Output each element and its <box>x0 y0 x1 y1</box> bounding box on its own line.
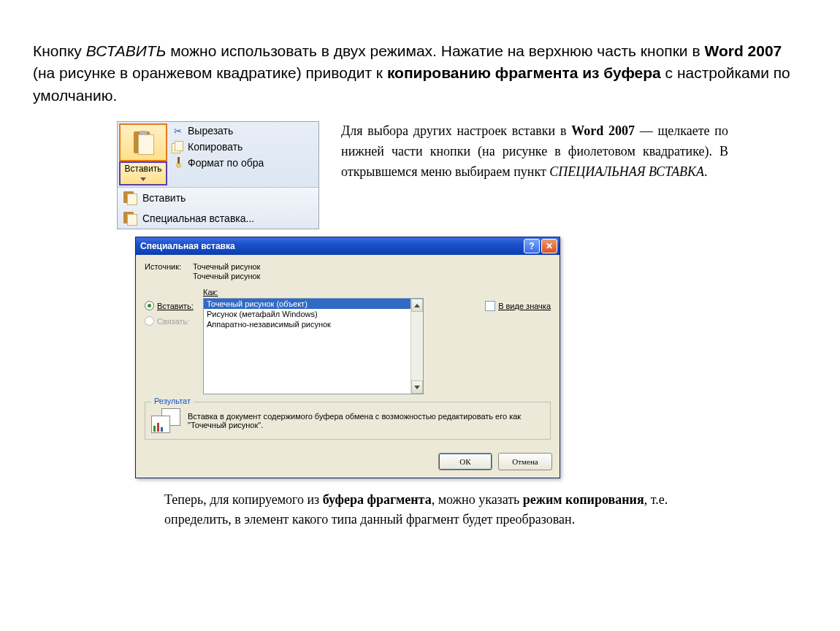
close-button[interactable]: ✕ <box>541 239 557 253</box>
source-label: Источник: <box>145 262 188 271</box>
clipboard-small-icon <box>123 191 137 204</box>
scroll-down-icon[interactable] <box>411 380 423 394</box>
menu-paste[interactable]: Вставить <box>118 188 318 208</box>
menu-paste-special[interactable]: Специальная вставка... <box>118 208 318 229</box>
help-button[interactable]: ? <box>524 239 540 253</box>
format-label: Формат по обра <box>188 157 264 169</box>
radio-paste[interactable]: Вставить: <box>145 301 196 310</box>
titlebar[interactable]: Специальная вставка ? ✕ <box>136 237 560 255</box>
scrollbar[interactable] <box>411 299 423 394</box>
result-icon <box>151 408 180 433</box>
list-item[interactable]: Рисунок (метафайл Windows) <box>204 309 423 319</box>
ok-button[interactable]: ОК <box>438 453 492 470</box>
format-painter-button[interactable]: Формат по обра <box>170 155 317 171</box>
dialog-title: Специальная вставка <box>140 241 522 251</box>
paste-button-bottom[interactable]: Вставить <box>119 161 167 186</box>
description-paragraph: Для выбора других настроек вставки в Wor… <box>341 121 728 183</box>
brush-icon <box>172 157 183 169</box>
radio-link: Связать: <box>145 316 196 326</box>
ribbon-clipboard-group: Вставить ✂ Вырезать Копировать <box>117 121 319 229</box>
cut-label: Вырезать <box>188 125 233 137</box>
footer-paragraph: Теперь, для копируемого из буфера фрагме… <box>164 490 727 529</box>
result-text: Вставка в документ содержимого буфера об… <box>188 412 544 429</box>
result-legend: Результат <box>151 397 194 405</box>
paste-label: Вставить <box>121 164 166 174</box>
cancel-button[interactable]: Отмена <box>498 453 552 470</box>
scroll-up-icon[interactable] <box>411 299 423 312</box>
how-label: Как: <box>203 288 478 297</box>
result-group: Результат Вставка в документ содержимого… <box>145 402 551 440</box>
paste-dropdown-menu: Вставить Специальная вставка... <box>118 187 318 229</box>
checkbox-icon <box>485 301 495 311</box>
dropdown-arrow-icon <box>121 174 166 184</box>
as-icon-checkbox[interactable]: В виде значка <box>485 301 551 311</box>
source-value-1: Точечный рисунок <box>193 262 260 271</box>
paste-button-top[interactable] <box>119 123 167 161</box>
clipboard-small-icon <box>123 212 137 225</box>
format-listbox[interactable]: Точечный рисунок (объект) Рисунок (метаф… <box>203 298 424 394</box>
copy-label: Копировать <box>188 141 243 153</box>
scissors-icon: ✂ <box>172 125 183 137</box>
intro-paragraph: Кнопку ВСТАВИТЬ можно использовать в дву… <box>33 40 807 107</box>
list-item[interactable]: Точечный рисунок (объект) <box>204 299 423 309</box>
list-item[interactable]: Аппаратно-независимый рисунок <box>204 319 423 329</box>
clipboard-icon <box>132 130 154 155</box>
paste-special-dialog: Специальная вставка ? ✕ Источник: Точечн… <box>135 237 560 478</box>
copy-icon <box>172 141 183 153</box>
copy-button[interactable]: Копировать <box>170 139 317 155</box>
source-value-2: Точечный рисунок <box>193 272 260 280</box>
cut-button[interactable]: ✂ Вырезать <box>170 123 317 139</box>
